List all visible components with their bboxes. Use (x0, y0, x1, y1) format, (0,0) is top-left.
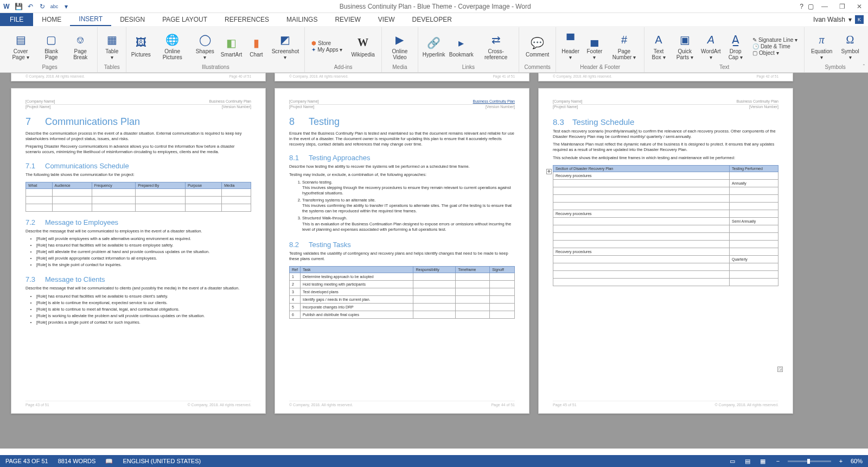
proofing-icon[interactable]: 📖 (105, 458, 113, 465)
spellcheck-icon[interactable]: abc (50, 2, 59, 11)
store-button[interactable]: ⬢ Store (311, 40, 342, 46)
ribbon-insert: ▤Cover Page ▾ ▢Blank Page ⎊Page Break Pa… (0, 26, 868, 73)
group-comments: 💬Comment Comments (519, 27, 556, 72)
group-illustrations: 🖼Pictures 🌐Online Pictures ◯Shapes ▾ ◧Sm… (126, 27, 305, 72)
group-media-label: Media (385, 64, 414, 71)
blank-page-button[interactable]: ▢Blank Page (38, 31, 65, 61)
page-44[interactable]: [Company Name]Business Continuity Plan [… (275, 88, 529, 414)
textbox-button[interactable]: AText Box ▾ (648, 31, 669, 61)
redo-icon[interactable]: ↻ (38, 2, 47, 11)
smartart-button[interactable]: ◧SmartArt (220, 34, 244, 59)
wikipedia-button[interactable]: WWikipedia (348, 34, 378, 59)
zoom-in-icon[interactable]: + (835, 458, 846, 464)
tab-file[interactable]: FILE (0, 13, 33, 26)
minimize-button[interactable]: — (818, 3, 831, 10)
group-links-label: Links (422, 64, 515, 71)
signature-line-button[interactable]: ✎ Signature Line ▾ (752, 37, 797, 43)
screenshot-button[interactable]: ◩Screenshot ▾ (269, 31, 301, 61)
status-language[interactable]: ENGLISH (UNITED STATES) (123, 458, 201, 464)
read-mode-icon[interactable]: ▭ (727, 458, 738, 465)
heading-8-2: 8.2Testing Tasks (289, 241, 515, 249)
tab-design[interactable]: DESIGN (111, 13, 154, 26)
group-symbols-label: Symbols (808, 64, 863, 71)
title-bar-right: ? ▢ — ❐ ✕ (800, 3, 866, 10)
tab-view[interactable]: VIEW (369, 13, 404, 26)
ribbon-display-icon[interactable]: ▢ (808, 3, 814, 10)
group-text-label: Text (648, 64, 801, 71)
hyperlink-button[interactable]: 🔗Hyperlink (422, 34, 446, 59)
quick-access-toolbar: W 💾 ↶ ↻ abc ▾ (2, 2, 71, 11)
quickparts-button[interactable]: ▣Quick Parts ▾ (672, 31, 698, 61)
tab-home[interactable]: HOME (33, 13, 70, 26)
status-page[interactable]: PAGE 43 OF 51 (5, 458, 48, 464)
tab-page-layout[interactable]: PAGE LAYOUT (154, 13, 216, 26)
table-resize-handle-icon[interactable]: ◲ (777, 367, 783, 372)
web-layout-icon[interactable]: ▦ (757, 458, 768, 465)
group-comments-label: Comments (522, 64, 552, 71)
heading-8-1: 8.1Testing Approaches (289, 154, 515, 162)
zoom-level[interactable]: 60% (851, 458, 863, 464)
bookmark-button[interactable]: ▸Bookmark (448, 34, 474, 59)
pictures-button[interactable]: 🖼Pictures (130, 34, 152, 59)
collapse-ribbon-icon[interactable]: ˆ (863, 64, 865, 70)
chart-button[interactable]: ▮Chart (245, 34, 267, 59)
customize-qat-icon[interactable]: ▾ (62, 2, 71, 11)
paragraph: Ensure that the Business Continuity Plan… (289, 131, 515, 147)
document-canvas[interactable]: © Company, 2018. All rights reserved.Pag… (0, 73, 868, 449)
window-title: Business Continuity Plan - Blue Theme - … (71, 3, 800, 10)
page-number-button[interactable]: #Page Number ▾ (608, 31, 641, 61)
tab-review[interactable]: REVIEW (326, 13, 369, 26)
online-video-button[interactable]: ▶Online Video (385, 31, 414, 61)
myapps-button[interactable]: ✦ My Apps ▾ (311, 47, 342, 53)
user-name[interactable]: Ivan Walsh (813, 16, 845, 23)
date-time-button[interactable]: 🕒 Date & Time (752, 43, 797, 49)
client-message-list: [Role] has ensured that facilities will … (25, 294, 251, 327)
help-icon[interactable]: ? (800, 3, 803, 10)
symbol-button[interactable]: ΩSymbol ▾ (838, 31, 863, 61)
table-move-handle-icon[interactable]: ✥ (546, 169, 552, 174)
footer-button[interactable]: ▄Footer ▾ (584, 31, 605, 61)
page-43[interactable]: [Company Name]Business Continuity Plan [… (11, 88, 266, 414)
header-button[interactable]: ▀Header ▾ (559, 31, 582, 61)
online-pictures-button[interactable]: 🌐Online Pictures (154, 31, 190, 61)
tab-references[interactable]: REFERENCES (216, 13, 278, 26)
user-dropdown-icon[interactable]: ▾ (848, 16, 852, 23)
equation-button[interactable]: πEquation ▾ (808, 31, 835, 61)
paragraph: Testing may include, or exclude, a combi… (289, 172, 515, 178)
crossref-button[interactable]: ⇄Cross- reference (476, 31, 515, 61)
page-42-stub: © Company, 2018. All rights reserved.Pag… (538, 73, 793, 81)
status-words[interactable]: 8814 WORDS (58, 458, 96, 464)
save-icon[interactable]: 💾 (14, 2, 23, 11)
group-addins: ⬢ Store ✦ My Apps ▾ WWikipedia Add-ins (305, 27, 381, 72)
zoom-out-icon[interactable]: − (773, 458, 783, 464)
page-45[interactable]: [Company Name]Business Continuity Plan [… (538, 88, 793, 414)
paragraph: Describe the message that will be commun… (25, 286, 251, 291)
tab-developer[interactable]: DEVELOPER (403, 13, 460, 26)
print-layout-icon[interactable]: ▤ (742, 458, 753, 465)
close-button[interactable]: ✕ (853, 3, 866, 10)
tab-insert[interactable]: INSERT (70, 13, 111, 26)
dropcap-button[interactable]: A̲Drop Cap ▾ (724, 31, 747, 61)
tab-mailings[interactable]: MAILINGS (278, 13, 326, 26)
testing-schedule-table[interactable]: Section of Disaster Recovery PlanTesting… (553, 165, 778, 286)
testing-approaches-list: Scenario testing.This involves stepping … (289, 180, 515, 234)
shapes-button[interactable]: ◯Shapes ▾ (193, 31, 218, 61)
communications-schedule-table[interactable]: WhatAudienceFrequencyPrepared ByPurposeM… (25, 182, 251, 212)
heading-7-3: 7.3Message to Clients (25, 275, 251, 283)
testing-tasks-table[interactable]: RefTaskResponsibilityTimeframeSignoff1De… (289, 266, 515, 319)
zoom-slider[interactable] (788, 460, 831, 462)
word-icon: W (2, 2, 11, 11)
page-break-button[interactable]: ⎊Page Break (67, 31, 94, 61)
heading-8-3: 8.3Testing Schedule (553, 117, 778, 127)
comment-button[interactable]: 💬Comment (522, 34, 552, 59)
cover-page-button[interactable]: ▤Cover Page ▾ (5, 31, 36, 61)
user-avatar[interactable]: K (855, 15, 864, 24)
restore-button[interactable]: ❐ (835, 3, 848, 10)
table-button[interactable]: ▦Table ▾ (101, 31, 123, 61)
undo-icon[interactable]: ↶ (26, 2, 35, 11)
wordart-button[interactable]: AWordArt ▾ (700, 31, 722, 61)
object-button[interactable]: ▢ Object ▾ (752, 50, 797, 56)
heading-7: 7Communications Plan (25, 116, 251, 128)
heading-8: 8Testing (289, 116, 515, 128)
page-40-stub: © Company, 2018. All rights reserved.Pag… (11, 73, 266, 81)
